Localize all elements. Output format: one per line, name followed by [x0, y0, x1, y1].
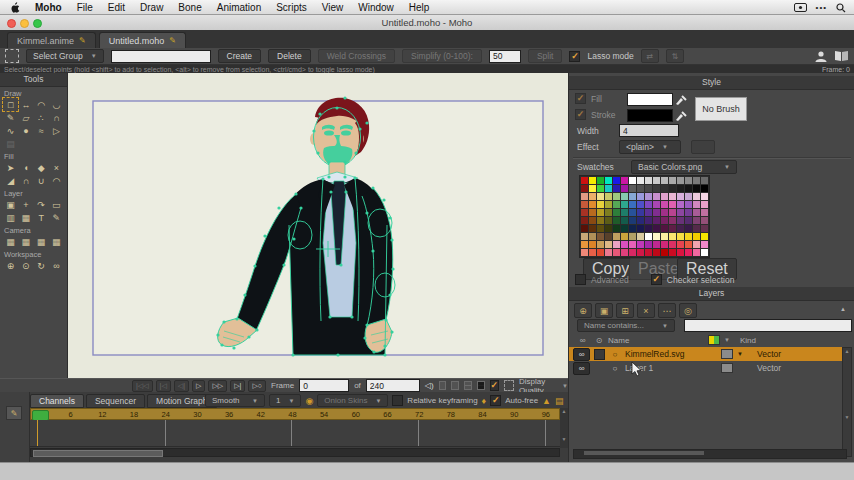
timeline-tracks[interactable]: [30, 420, 560, 447]
color-swatch-0-14[interactable]: [693, 177, 700, 184]
color-swatch-6-9[interactable]: [653, 225, 660, 232]
color-swatch-8-12[interactable]: [677, 241, 684, 248]
color-swatch-7-2[interactable]: [597, 233, 604, 240]
color-swatch-8-10[interactable]: [661, 241, 668, 248]
color-swatch-8-13[interactable]: [685, 241, 692, 248]
total-frames-input[interactable]: [366, 379, 420, 392]
tab-kimmel-anime[interactable]: Kimmel.anime ✎: [7, 32, 96, 48]
color-swatch-3-7[interactable]: [637, 201, 644, 208]
timeline-tab-sequencer[interactable]: Sequencer: [86, 394, 145, 408]
reference-layer-icon[interactable]: ◎: [679, 303, 697, 318]
color-swatch-3-10[interactable]: [661, 201, 668, 208]
roll-camera-tool-icon[interactable]: ▦: [34, 235, 49, 248]
color-swatch-7-11[interactable]: [669, 233, 676, 240]
layer-color-swatch[interactable]: [721, 363, 733, 373]
relative-keyframing-checkbox[interactable]: [392, 395, 403, 406]
color-swatch-0-15[interactable]: [701, 177, 708, 184]
line-width-up-tool-icon[interactable]: ∩: [18, 174, 33, 187]
color-swatch-2-0[interactable]: [581, 193, 588, 200]
color-swatch-4-4[interactable]: [613, 209, 620, 216]
fill-checkbox[interactable]: ✓: [575, 93, 586, 104]
control-center-icon[interactable]: •••: [816, 3, 827, 12]
color-swatch-9-11[interactable]: [669, 249, 676, 256]
color-swatch-2-12[interactable]: [677, 193, 684, 200]
color-swatch-2-15[interactable]: [701, 193, 708, 200]
delete-button[interactable]: Delete: [268, 49, 311, 63]
frame-input[interactable]: [299, 379, 349, 392]
create-button[interactable]: Create: [218, 49, 262, 63]
more-options-icon[interactable]: ⋯: [658, 303, 676, 318]
pan-workspace-tool-icon[interactable]: ⊕: [3, 259, 18, 272]
color-swatch-3-9[interactable]: [653, 201, 660, 208]
menu-item-edit[interactable]: Edit: [108, 2, 125, 13]
color-swatch-7-15[interactable]: [701, 233, 708, 240]
color-swatch-5-2[interactable]: [597, 217, 604, 224]
color-swatch-0-1[interactable]: [589, 177, 596, 184]
color-swatch-8-0[interactable]: [581, 241, 588, 248]
color-swatch-1-4[interactable]: [613, 185, 620, 192]
color-swatch-6-13[interactable]: [685, 225, 692, 232]
color-swatch-4-3[interactable]: [605, 209, 612, 216]
color-swatch-0-7[interactable]: [637, 177, 644, 184]
color-swatch-5-12[interactable]: [677, 217, 684, 224]
new-layer-icon[interactable]: ⊕: [574, 303, 592, 318]
color-swatch-2-5[interactable]: [621, 193, 628, 200]
play-button[interactable]: ▷: [192, 380, 205, 392]
close-window-button[interactable]: [7, 19, 16, 28]
zoom-workspace-tool-icon[interactable]: ⊙: [18, 259, 33, 272]
color-swatch-3-5[interactable]: [621, 201, 628, 208]
stroke-checkbox[interactable]: ✓: [575, 109, 586, 120]
color-swatch-4-8[interactable]: [645, 209, 652, 216]
color-swatch-0-9[interactable]: [653, 177, 660, 184]
rotate-layer-tool-icon[interactable]: ↷: [34, 198, 49, 211]
paint-bucket-tool-icon[interactable]: ◆: [34, 161, 49, 174]
color-swatch-5-3[interactable]: [605, 217, 612, 224]
color-swatch-9-3[interactable]: [605, 249, 612, 256]
flip-horizontal-icon[interactable]: ⇄: [641, 49, 659, 63]
color-swatch-4-6[interactable]: [629, 209, 636, 216]
color-swatch-9-15[interactable]: [701, 249, 708, 256]
color-swatch-8-2[interactable]: [597, 241, 604, 248]
timeline-tab-channels[interactable]: Channels: [30, 394, 84, 408]
color-swatch-1-6[interactable]: [629, 185, 636, 192]
color-swatch-0-11[interactable]: [669, 177, 676, 184]
color-swatch-0-4[interactable]: [613, 177, 620, 184]
color-swatch-6-1[interactable]: [589, 225, 596, 232]
group-filter-input[interactable]: [111, 50, 211, 63]
mute-speaker-icon[interactable]: ◁): [425, 381, 434, 390]
magnet-tool-icon[interactable]: ∩: [49, 111, 64, 124]
checker-selection-checkbox[interactable]: ✓: [651, 274, 662, 285]
rotate-workspace-tool-icon[interactable]: ↻: [34, 259, 49, 272]
color-swatch-7-8[interactable]: [645, 233, 652, 240]
color-swatch-4-11[interactable]: [669, 209, 676, 216]
color-swatch-5-4[interactable]: [613, 217, 620, 224]
user-account-icon[interactable]: [814, 50, 828, 62]
curvature-tool-icon[interactable]: ◠: [34, 98, 49, 111]
color-swatch-6-10[interactable]: [661, 225, 668, 232]
layers-horizontal-scrollbar[interactable]: [573, 449, 847, 459]
collapse-panel-icon[interactable]: ▲: [840, 306, 846, 312]
add-layer-tool-icon[interactable]: +: [18, 198, 33, 211]
color-swatch-1-10[interactable]: [661, 185, 668, 192]
color-swatch-4-12[interactable]: [677, 209, 684, 216]
onion-skin-toggle-icon[interactable]: ◉: [305, 396, 313, 406]
timeline-horizontal-scrollbar[interactable]: [30, 448, 560, 457]
color-swatch-6-0[interactable]: [581, 225, 588, 232]
noise-tool-icon[interactable]: ∿: [3, 124, 18, 137]
color-swatch-0-8[interactable]: [645, 177, 652, 184]
color-swatch-8-1[interactable]: [589, 241, 596, 248]
color-swatch-7-3[interactable]: [605, 233, 612, 240]
color-swatch-4-0[interactable]: [581, 209, 588, 216]
color-swatch-5-15[interactable]: [701, 217, 708, 224]
color-swatch-7-4[interactable]: [613, 233, 620, 240]
spotlight-search-icon[interactable]: [836, 3, 846, 13]
color-swatch-2-11[interactable]: [669, 193, 676, 200]
zoom-window-button[interactable]: [33, 19, 42, 28]
layer-visibility-icon[interactable]: ∞: [573, 362, 590, 375]
color-swatch-6-7[interactable]: [637, 225, 644, 232]
color-swatch-0-6[interactable]: [629, 177, 636, 184]
color-swatch-0-2[interactable]: [597, 177, 604, 184]
duplicate-layer-icon[interactable]: ▣: [595, 303, 613, 318]
fill-eyedropper-icon[interactable]: [675, 91, 687, 105]
color-swatch-9-1[interactable]: [589, 249, 596, 256]
